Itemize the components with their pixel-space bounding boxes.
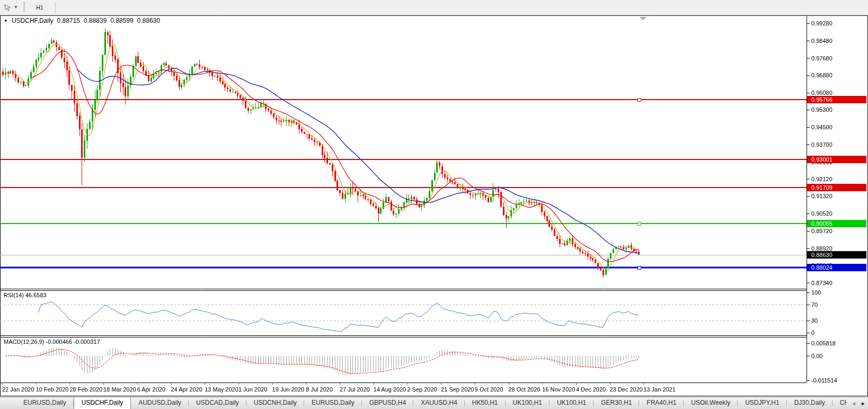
rsi-axis-tick: 70	[811, 301, 864, 308]
price-axis-tick: 0.99280	[811, 20, 864, 27]
time-axis-label: 4 Dec 2020	[576, 386, 606, 393]
chart-tab-xauusd-h4[interactable]: XAUUSD,H4	[413, 397, 465, 409]
chart-tab-usdjpy-h1[interactable]: USDJPY,H1	[738, 397, 786, 409]
time-axis-label: 2 Sep 2020	[407, 386, 437, 393]
chart-tab-china300-h1[interactable]: CHINA300,H1	[832, 397, 847, 409]
time-axis-label: 9 Oct 2020	[475, 386, 503, 393]
time-axis-label: 19 Jun 2020	[272, 386, 305, 393]
ohlc-high: 0.88839	[84, 17, 107, 24]
chart-title: ▼ USDCHF,Daily 0.88715 0.88839 0.88599 0…	[4, 17, 160, 24]
price-axis-tick: 0.89720	[811, 228, 864, 235]
rsi-axis-tick: 0	[811, 330, 864, 336]
price-axis-tick: 0.95300	[811, 106, 864, 113]
time-axis-label: 23 Dec 2020	[610, 386, 643, 393]
price-chart-canvas[interactable]	[0, 15, 868, 397]
price-line-label: 0.88024	[807, 264, 866, 271]
ohlc-low: 0.88599	[110, 17, 133, 24]
macd-indicator-label: MACD(12,26,9) -0.000466 -0.000317	[4, 339, 100, 345]
time-axis-label: 28 Oct 2020	[509, 386, 541, 393]
timeframe-button-h1[interactable]: H1	[30, 2, 49, 13]
price-axis-tick: 0.91320	[811, 193, 864, 200]
ohlc-open: 0.88715	[57, 17, 80, 24]
price-axis-tick: 0.90520	[811, 210, 864, 217]
chart-tab-hk50-h1[interactable]: HK50,H1	[465, 397, 506, 409]
toolbar: ▼ M1M5M15M30H1H4D1W1MN	[0, 0, 868, 15]
time-axis-label: 10 Feb 2020	[36, 386, 69, 393]
time-axis-label: 14 Aug 2020	[374, 386, 406, 393]
time-axis-label: 28 Feb 2020	[69, 386, 102, 393]
price-axis-tick: 0.97680	[811, 55, 864, 62]
time-axis-label: 1 Jun 2020	[238, 386, 267, 393]
price-axis-tick: 0.98480	[811, 38, 864, 45]
chevron-down-icon[interactable]: ▼	[14, 5, 18, 10]
chart-tab-ger30-h1[interactable]: GER30,H1	[594, 397, 639, 409]
chart-tab-gbpusd-h4[interactable]: GBPUSD,H4	[362, 397, 413, 409]
chart-tab-audusd-daily[interactable]: AUDUSD,Daily	[131, 397, 189, 409]
time-axis-label: 16 Nov 2020	[542, 386, 575, 393]
toolbar-separator	[55, 2, 56, 13]
chart-tab-uk100-h1[interactable]: UK100,H1	[506, 397, 550, 409]
price-line-label: 0.90055	[807, 220, 866, 227]
rsi-indicator-label: RSI(14) 46.6583	[4, 292, 47, 298]
price-axis-tick: 0.87340	[811, 280, 864, 287]
chart-tab-dj30-daily[interactable]: DJ30,Daily	[787, 397, 832, 409]
symbol-dropdown-icon: ▼	[4, 19, 8, 23]
chart-symbol-label: USDCHF,Daily	[12, 17, 54, 24]
cursor-tool-icon[interactable]	[3, 3, 13, 12]
rsi-axis-tick: 100	[811, 289, 864, 296]
chart-tabs: EURUSD,DailyUSDCHF,DailyAUDUSD,DailyUSDC…	[16, 397, 847, 409]
rsi-axis-tick: 30	[811, 317, 864, 324]
price-axis-tick: 0.94500	[811, 124, 864, 131]
price-line-label: 0.93001	[807, 156, 866, 163]
time-axis-label: 8 Jul 2020	[306, 386, 333, 393]
time-axis-label: 6 Apr 2020	[137, 386, 165, 393]
time-axis-label: 21 Sep 2020	[441, 386, 474, 393]
chart-tab-eurusd-daily[interactable]: EURUSD,Daily	[304, 397, 362, 409]
price-axis-tick: 0.92120	[811, 176, 864, 183]
macd-axis-tick: 0.005818	[811, 340, 864, 347]
time-axis-label: 18 Mar 2020	[103, 386, 136, 393]
price-axis-tick: 0.96880	[811, 72, 864, 79]
time-axis-label: 22 Jan 2020	[2, 386, 34, 393]
chart-tab-fra40-h1[interactable]: FRA40,H1	[639, 397, 684, 409]
time-axis-label: 13 Jan 2021	[643, 386, 676, 393]
price-axis-tick: 0.93700	[811, 141, 864, 148]
ohlc-close: 0.88630	[137, 17, 160, 24]
time-axis-label: 13 May 2020	[205, 386, 238, 393]
chart-tab-usdchf-daily[interactable]: USDCHF,Daily	[74, 397, 131, 409]
price-line-label: 0.95766	[807, 96, 866, 103]
chart-tab-eurusd-daily[interactable]: EURUSD,Daily	[16, 397, 74, 409]
chart-area: ▼ USDCHF,Daily 0.88715 0.88839 0.88599 0…	[0, 15, 868, 397]
time-axis-label: 24 Apr 2020	[171, 386, 202, 393]
time-axis-label: 27 Jul 2020	[340, 386, 370, 393]
price-line-label: 0.91709	[807, 184, 866, 191]
chart-tab-bar: EURUSD,DailyUSDCHF,DailyAUDUSD,DailyUSDC…	[0, 397, 868, 409]
chart-tab-uk100-h1[interactable]: UK100,H1	[550, 397, 594, 409]
macd-axis-tick: 0.00	[811, 353, 864, 360]
tab-scroll-left-icon[interactable]: ◄	[851, 401, 856, 406]
tab-scroll-right-icon[interactable]: ►	[861, 401, 866, 406]
chart-tab-usdcnh-daily[interactable]: USDCNH,Daily	[246, 397, 304, 409]
tab-scroll-controls: ◄ ►	[851, 397, 866, 409]
mt4-window: ▼ M1M5M15M30H1H4D1W1MN ▼ USDCHF,Daily 0.…	[0, 0, 868, 409]
toolbar-grip	[23, 2, 25, 13]
macd-axis-tick: -0.011514	[811, 377, 864, 384]
chart-tab-usdcad-daily[interactable]: USDCAD,Daily	[189, 397, 246, 409]
chart-tab-usoil-weekly[interactable]: USOil,Weekly	[684, 397, 738, 409]
price-line-label: 0.88630	[807, 251, 866, 259]
